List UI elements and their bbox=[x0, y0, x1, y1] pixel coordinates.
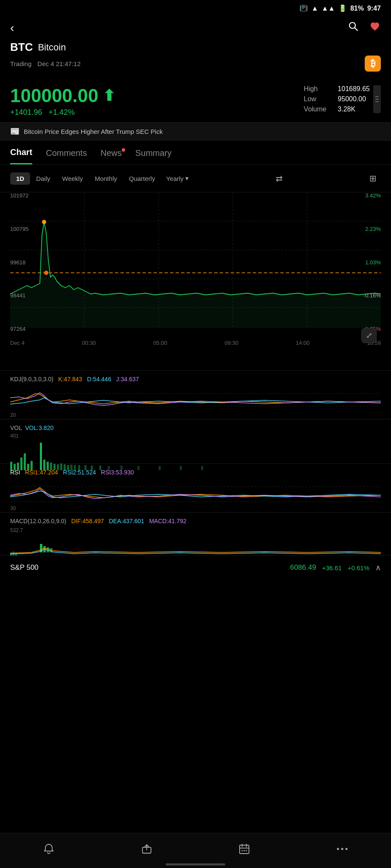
svg-rect-42 bbox=[180, 466, 182, 470]
macd-section: MACD(12.0,26.0,9.0) DIF:458.497 DEA:437.… bbox=[0, 512, 391, 552]
news-ticker-text: Bitcoin Price Edges Higher After Trump S… bbox=[24, 128, 163, 135]
svg-rect-16 bbox=[10, 462, 12, 470]
btc-icon: ₿ bbox=[365, 55, 381, 72]
calendar-icon bbox=[238, 843, 250, 855]
more-button[interactable] bbox=[330, 840, 355, 858]
kdj-chart: 20 bbox=[10, 385, 381, 419]
svg-rect-41 bbox=[159, 466, 161, 470]
battery-pct: 81% bbox=[350, 5, 364, 12]
kdj-section: KDJ(9.0,3.0,3.0) K:47.843 D:54.446 J:34.… bbox=[0, 370, 391, 419]
high-stat-row: High 101689.65 bbox=[304, 85, 370, 93]
signal-icon: ▲▲ bbox=[321, 5, 335, 12]
ticker-section: BTC Bitcoin Trading Dec 4 21:47:12 ₿ bbox=[0, 41, 391, 85]
kdj-k-value: K:47.843 bbox=[59, 376, 82, 383]
high-value: 101689.65 bbox=[338, 85, 370, 93]
price-change: +1401.96 +1.42% bbox=[10, 108, 115, 117]
price-right: High 101689.65 Low 95000.00 Volume 3.28K bbox=[304, 85, 381, 113]
pct-label-0: 3.42% bbox=[363, 192, 381, 199]
svg-marker-11 bbox=[10, 222, 381, 328]
wifi-icon: ▲ bbox=[311, 5, 318, 12]
price-label-4: 97264 bbox=[10, 326, 28, 332]
svg-rect-25 bbox=[47, 462, 49, 470]
rsi-chart: 30 bbox=[10, 478, 381, 512]
bottom-nav bbox=[0, 833, 391, 868]
svg-rect-38 bbox=[108, 466, 110, 470]
svg-rect-23 bbox=[40, 443, 42, 470]
volume-label: Volume bbox=[304, 105, 332, 113]
svg-rect-18 bbox=[17, 463, 19, 470]
favorite-button[interactable] bbox=[369, 21, 381, 35]
time: 9:47 bbox=[367, 5, 381, 12]
share-button[interactable] bbox=[134, 840, 159, 858]
period-yearly-dropdown[interactable]: Yearly ▾ bbox=[161, 172, 194, 185]
vol-section: VOL VOL:3.820 401 bbox=[0, 419, 391, 463]
svg-rect-20 bbox=[24, 453, 26, 470]
svg-rect-24 bbox=[43, 460, 45, 470]
svg-point-62 bbox=[341, 848, 343, 850]
svg-rect-27 bbox=[53, 464, 56, 470]
svg-rect-33 bbox=[74, 465, 76, 470]
price-label-1: 100795 bbox=[10, 226, 28, 232]
alert-button[interactable] bbox=[36, 840, 61, 858]
period-weekly-button[interactable]: Weekly bbox=[56, 172, 89, 185]
svg-line-1 bbox=[355, 28, 357, 31]
back-button[interactable]: ‹ bbox=[10, 21, 14, 35]
kdj-title: KDJ(9.0,3.0,3.0) K:47.843 D:54.446 J:34.… bbox=[10, 376, 381, 383]
low-stat-row: Low 95000.00 bbox=[304, 95, 370, 103]
period-daily-button[interactable]: Daily bbox=[30, 172, 56, 185]
chevron-down-icon: ▾ bbox=[185, 175, 189, 182]
pct-label-2: 1.03% bbox=[363, 259, 381, 266]
tab-comments[interactable]: Comments bbox=[46, 148, 87, 164]
vol-value: VOL:3.820 bbox=[25, 424, 53, 431]
trading-label: Trading bbox=[10, 60, 31, 67]
time-label-4: 14:00 bbox=[296, 340, 310, 346]
time-label-0: Dec 4 bbox=[10, 340, 25, 346]
tab-news[interactable]: News bbox=[101, 148, 122, 164]
compare-icon-button[interactable]: ⇄ bbox=[271, 171, 287, 186]
chart-pct-labels: 3.42% 2.23% 1.03% -0.16% -1.35% bbox=[363, 192, 381, 332]
search-button[interactable] bbox=[348, 21, 359, 35]
svg-rect-43 bbox=[201, 466, 203, 470]
svg-rect-37 bbox=[99, 466, 101, 470]
sp500-price: 6086.49 bbox=[290, 563, 316, 572]
heart-icon bbox=[369, 21, 381, 32]
kdj-j-value: J:34.637 bbox=[116, 376, 139, 383]
news-ticker[interactable]: 📰 Bitcoin Price Edges Higher After Trump… bbox=[0, 122, 391, 141]
home-indicator bbox=[166, 863, 225, 865]
svg-rect-19 bbox=[20, 458, 22, 470]
price-scroll-handle[interactable] bbox=[373, 85, 381, 113]
macd-value: MACD:41.792 bbox=[149, 518, 187, 524]
period-monthly-button[interactable]: Monthly bbox=[89, 172, 123, 185]
kdj-label: KDJ(9.0,3.0,3.0) bbox=[10, 376, 53, 383]
main-price: 100000.00 ⬆ bbox=[10, 85, 115, 106]
layout-icon-button[interactable]: ⊞ bbox=[365, 171, 381, 186]
calendar-button[interactable] bbox=[232, 840, 257, 858]
svg-rect-30 bbox=[64, 464, 66, 470]
chart-area[interactable]: 101972 100795 99618 98441 97264 3.42% 2.… bbox=[0, 192, 391, 370]
chart-tabs: Chart Comments News Summary bbox=[0, 141, 391, 165]
tab-summary[interactable]: Summary bbox=[135, 148, 172, 164]
dif-value: DIF:458.497 bbox=[71, 518, 104, 524]
svg-rect-39 bbox=[120, 466, 123, 470]
chart-price-labels: 101972 100795 99618 98441 97264 bbox=[10, 192, 28, 332]
svg-point-12 bbox=[42, 220, 46, 224]
svg-rect-35 bbox=[84, 465, 87, 470]
period-1d-button[interactable]: 1D bbox=[10, 172, 30, 185]
chart-time-labels: Dec 4 00:30 05:00 09:30 14:00 18:59 bbox=[10, 338, 381, 348]
svg-rect-31 bbox=[67, 465, 69, 470]
chart-controls: 1D Daily Weekly Monthly Quarterly Yearly… bbox=[0, 165, 391, 192]
svg-point-58 bbox=[242, 850, 243, 851]
share-icon bbox=[141, 843, 153, 855]
vibrate-icon: 📳 bbox=[299, 4, 308, 12]
header-nav: ‹ bbox=[0, 15, 391, 41]
svg-rect-21 bbox=[27, 464, 29, 470]
expand-chart-button[interactable]: ⤢ bbox=[361, 328, 377, 343]
period-quarterly-button[interactable]: Quarterly bbox=[123, 172, 161, 185]
price-label-3: 98441 bbox=[10, 292, 28, 299]
macd-chart: 532.7 bbox=[10, 526, 381, 552]
svg-rect-36 bbox=[91, 466, 93, 470]
news-dot-badge bbox=[122, 148, 125, 152]
svg-rect-34 bbox=[78, 465, 80, 470]
tab-chart[interactable]: Chart bbox=[10, 147, 32, 164]
time-label-2: 05:00 bbox=[153, 340, 167, 346]
